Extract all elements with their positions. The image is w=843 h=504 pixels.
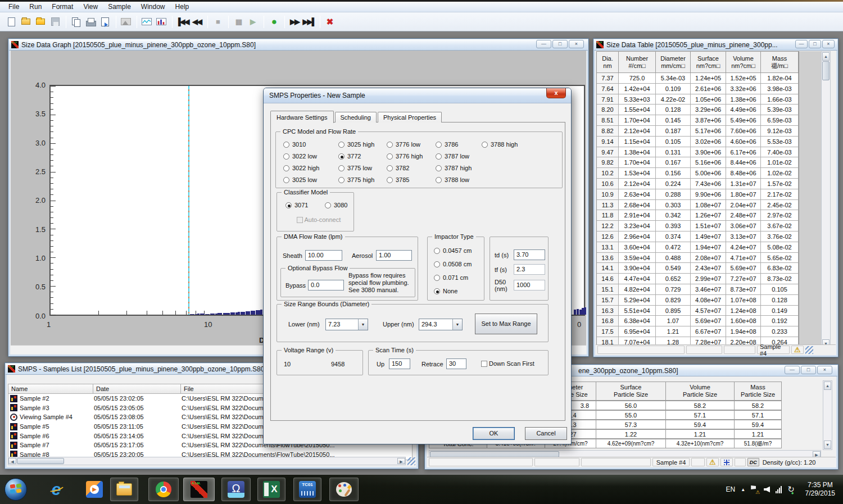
cpc-radio[interactable]: 3785 bbox=[387, 176, 423, 188]
resize-grip[interactable] bbox=[407, 457, 415, 465]
volume-icon[interactable] bbox=[764, 487, 770, 493]
stats-vertical-scrollbar[interactable]: ▲ ▼ bbox=[823, 380, 832, 450]
play-icon[interactable]: ▶ bbox=[246, 15, 260, 29]
action-center-icon[interactable] bbox=[751, 485, 758, 493]
graph-table-icon[interactable] bbox=[155, 15, 168, 29]
table-row[interactable]: 8.822.12e+040.187 5.17e+067.60e+069.12e-… bbox=[597, 126, 799, 137]
aerosol-field[interactable]: 1.00 bbox=[376, 250, 412, 261]
cpc-radio[interactable]: 3772 bbox=[338, 153, 374, 165]
stats-settings-icon[interactable] bbox=[720, 458, 733, 466]
table-row[interactable]: 16.35.51e+040.895 4.57e+071.24e+080.149 bbox=[597, 306, 799, 316]
image-icon[interactable] bbox=[119, 15, 133, 29]
network-icon[interactable] bbox=[776, 486, 782, 493]
table-row[interactable]: 9.471.38e+040.131 3.90e+066.17e+067.40e-… bbox=[597, 147, 799, 158]
wmp-icon[interactable]: ▶ bbox=[82, 478, 107, 501]
explorer-icon[interactable] bbox=[110, 478, 138, 501]
table-row[interactable]: 10.92.63e+040.288 9.90e+061.80e+072.17e-… bbox=[597, 189, 799, 200]
table-row[interactable]: 13.13.60e+040.472 1.94e+074.24e+075.08e-… bbox=[597, 242, 799, 253]
impactor-radio[interactable]: 0.071 cm bbox=[434, 274, 472, 288]
lower-combo[interactable]: 7.23▼ bbox=[325, 319, 368, 330]
folder-icon[interactable] bbox=[34, 15, 47, 29]
menu-item[interactable]: Window bbox=[136, 2, 170, 12]
cpc-radio[interactable]: 3786 bbox=[436, 141, 472, 153]
new-file-icon[interactable] bbox=[4, 15, 18, 29]
close-button[interactable]: × bbox=[569, 40, 584, 48]
save-icon[interactable] bbox=[48, 15, 62, 29]
bypass-field[interactable]: 0.0 bbox=[308, 280, 344, 290]
cpc-radio[interactable]: 3775 low bbox=[338, 165, 374, 176]
cpc-radio[interactable]: 3025 low bbox=[283, 176, 319, 188]
tab-physical-properties[interactable]: Physical Properties bbox=[378, 112, 442, 122]
resize-grip[interactable] bbox=[805, 346, 813, 354]
skip-end-icon[interactable]: ▶▶▌ bbox=[302, 15, 316, 29]
warning-icon[interactable]: ⚠ bbox=[706, 458, 719, 466]
chrome-icon[interactable] bbox=[148, 478, 179, 501]
impactor-radio[interactable]: 0.0508 cm bbox=[434, 261, 472, 274]
table-row[interactable]: 10.21.53e+040.156 5.00e+068.48e+061.02e-… bbox=[597, 168, 799, 179]
table-row[interactable]: 15.75.29e+040.829 4.08e+071.07e+080.128 bbox=[597, 295, 799, 306]
cancel-button[interactable]: Cancel bbox=[525, 427, 567, 440]
table-row[interactable]: 9.141.15e+040.105 3.02e+064.60e+065.53e-… bbox=[597, 137, 799, 147]
dialog-titlebar[interactable]: SMPS Properties - New Sample bbox=[264, 88, 571, 103]
restore-button[interactable]: □ bbox=[552, 40, 568, 48]
table-row[interactable]: 15.14.82e+040.729 3.46e+078.73e+070.105 bbox=[597, 284, 799, 295]
table-row[interactable]: 14.64.47e+040.652 2.99e+077.27e+078.73e-… bbox=[597, 274, 799, 284]
menu-item[interactable]: Help bbox=[170, 2, 194, 12]
table-row[interactable]: 9.821.70e+040.167 5.16e+068.44e+061.01e-… bbox=[597, 157, 799, 168]
cpc-radio[interactable]: 3775 high bbox=[338, 176, 374, 188]
copy-icon[interactable] bbox=[69, 15, 83, 29]
menu-item[interactable]: View bbox=[78, 2, 103, 12]
close-button[interactable]: × bbox=[817, 366, 832, 374]
print-icon[interactable] bbox=[84, 15, 97, 29]
graph-window-titlebar[interactable]: Size Data Graph [20150505_plue_minus_pin… bbox=[9, 39, 588, 51]
dialog-close-button[interactable]: x bbox=[546, 88, 566, 98]
up-field[interactable]: 150 bbox=[389, 358, 410, 369]
tab-scheduling[interactable]: Scheduling bbox=[335, 112, 377, 122]
impactor-radio[interactable]: None bbox=[434, 288, 472, 301]
rewind-icon[interactable]: ◀◀ bbox=[190, 15, 203, 29]
table-row[interactable]: 13.63.59e+040.488 2.08e+074.71e+075.65e-… bbox=[597, 253, 799, 264]
minimize-button[interactable]: — bbox=[785, 366, 800, 374]
cpc-radio[interactable]: 3787 low bbox=[436, 153, 472, 165]
table-row[interactable]: 7.641.42e+040.109 2.61e+063.32e+063.98e-… bbox=[597, 84, 799, 94]
table-vertical-scrollbar[interactable]: ▲ ▼ bbox=[821, 51, 831, 349]
cpc-radio[interactable]: 3776 high bbox=[387, 153, 423, 165]
excel-icon[interactable]: X bbox=[257, 478, 285, 501]
start-button[interactable] bbox=[4, 478, 27, 501]
table-row[interactable]: 11.32.68e+040.303 1.08e+072.04e+072.45e-… bbox=[597, 200, 799, 211]
classifier-3080-radio[interactable]: 3080 bbox=[325, 202, 347, 214]
minimize-button[interactable]: — bbox=[536, 40, 551, 48]
cpc-radio[interactable]: 3010 bbox=[283, 141, 319, 153]
omega-app-icon[interactable]: Ω bbox=[221, 478, 251, 501]
column-header-date[interactable]: Date bbox=[93, 384, 181, 394]
upper-combo[interactable]: 294.3▼ bbox=[419, 319, 463, 330]
td-field[interactable]: 3.70 bbox=[514, 249, 545, 260]
graph-line-icon[interactable] bbox=[140, 15, 153, 29]
menu-item[interactable]: Sample bbox=[103, 2, 136, 12]
cpc-radio[interactable]: 3776 low bbox=[387, 141, 423, 153]
skip-start-icon[interactable]: ▐◀◀ bbox=[175, 15, 189, 29]
table-row[interactable]: 17.56.95e+041.21 6.67e+071.94e+080.233 bbox=[597, 326, 799, 337]
tc01-icon[interactable]: TC01 bbox=[293, 478, 321, 501]
table-row[interactable]: 11.82.91e+040.342 1.26e+072.48e+072.97e-… bbox=[597, 210, 799, 221]
language-indicator[interactable]: EN bbox=[726, 485, 736, 493]
dc-density-icon[interactable]: DC bbox=[747, 458, 759, 466]
table-row[interactable]: 8.511.70e+040.145 3.87e+065.49e+066.59e-… bbox=[597, 115, 799, 126]
impactor-radio[interactable]: 0.0457 cm bbox=[434, 247, 472, 261]
aim-icon[interactable]: A.I.M. bbox=[183, 478, 215, 501]
ie-icon[interactable]: e bbox=[44, 478, 69, 501]
show-hidden-icons[interactable]: ▲ bbox=[741, 487, 745, 492]
ok-button[interactable]: OK bbox=[473, 427, 515, 440]
minimize-button[interactable]: — bbox=[795, 40, 808, 48]
warning-icon[interactable]: ⚠ bbox=[791, 346, 804, 354]
down-scan-first-checkbox[interactable]: Down Scan First bbox=[481, 360, 534, 367]
samples-horizontal-scrollbar[interactable]: ◀ ▶ bbox=[8, 457, 406, 465]
restore-button[interactable]: □ bbox=[801, 366, 816, 374]
sheath-field[interactable]: 10.00 bbox=[305, 250, 342, 261]
stop-icon[interactable]: ■ bbox=[211, 15, 224, 29]
auto-connect-checkbox[interactable]: Auto-connect bbox=[297, 216, 341, 223]
size-cursor-line[interactable] bbox=[188, 86, 189, 315]
cpc-radio[interactable]: 3025 high bbox=[338, 141, 374, 153]
tab-hardware-settings[interactable]: Hardware Settings bbox=[270, 111, 334, 123]
close-button[interactable]: × bbox=[822, 40, 835, 48]
